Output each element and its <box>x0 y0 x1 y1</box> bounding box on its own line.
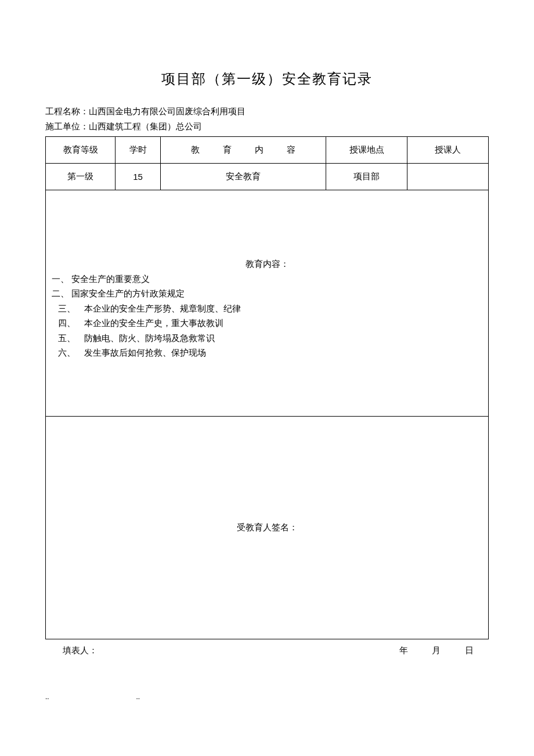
header-content: 教 育 内 容 <box>161 137 326 164</box>
header-lecturer: 授课人 <box>407 137 489 164</box>
month-label: 月 <box>432 646 441 655</box>
project-value: 山西国金电力有限公司固废综合利用项目 <box>89 107 246 116</box>
header-level: 教育等级 <box>46 137 116 164</box>
header-hours: 学时 <box>116 137 161 164</box>
dot-mark: .. <box>136 692 140 701</box>
signature-cell: 受教育人签名： <box>46 417 489 639</box>
document-title: 项目部（第一级）安全教育记录 <box>45 70 489 88</box>
cell-level: 第一级 <box>46 164 116 190</box>
list-item: 二、国家安全生产的方针政策规定 <box>49 287 485 302</box>
education-content-cell: 教育内容： 一、安全生产的重要意义 二、国家安全生产的方针政策规定 三、本企业的… <box>46 190 489 417</box>
footer-row: 填表人： 年 月 日 <box>45 645 489 656</box>
cell-content: 安全教育 <box>161 164 326 190</box>
unit-value: 山西建筑工程（集团）总公司 <box>89 122 202 131</box>
page-container: 项目部（第一级）安全教育记录 工程名称：山西国金电力有限公司固废综合利用项目 施… <box>0 0 534 656</box>
record-table: 教育等级 学时 教 育 内 容 授课地点 授课人 第一级 15 安全教育 项目部… <box>45 136 489 639</box>
signature-row: 受教育人签名： <box>46 417 489 639</box>
item-number: 六、 <box>49 346 84 361</box>
year-label: 年 <box>399 646 408 655</box>
unit-label: 施工单位： <box>45 122 89 131</box>
cell-lecturer <box>407 164 489 190</box>
construction-unit-line: 施工单位：山西建筑工程（集团）总公司 <box>45 120 489 135</box>
item-number: 四、 <box>49 316 84 331</box>
list-item: 四、本企业的安全生产史，重大事故教训 <box>49 316 485 331</box>
item-text: 防触电、防火、防垮塌及急救常识 <box>84 331 215 346</box>
content-row: 教育内容： 一、安全生产的重要意义 二、国家安全生产的方针政策规定 三、本企业的… <box>46 190 489 417</box>
list-item: 三、本企业的安全生产形势、规章制度、纪律 <box>49 302 485 317</box>
item-number: 三、 <box>49 302 84 317</box>
footer-dots: .... <box>45 692 227 701</box>
date-group: 年 月 日 <box>377 645 474 656</box>
cell-location: 项目部 <box>326 164 407 190</box>
item-text: 国家安全生产的方针政策规定 <box>71 287 185 302</box>
item-number: 五、 <box>49 331 84 346</box>
dot-mark: .. <box>45 692 49 701</box>
list-item: 一、安全生产的重要意义 <box>49 272 485 287</box>
item-text: 发生事故后如何抢救、保护现场 <box>84 346 206 361</box>
list-item: 六、发生事故后如何抢救、保护现场 <box>49 346 485 361</box>
list-item: 五、防触电、防火、防垮塌及急救常识 <box>49 331 485 346</box>
item-number: 二、 <box>49 287 71 302</box>
table-header-row: 教育等级 学时 教 育 内 容 授课地点 授课人 <box>46 137 489 164</box>
content-heading: 教育内容： <box>49 259 485 270</box>
signature-label: 受教育人签名： <box>49 522 485 533</box>
cell-hours: 15 <box>116 164 161 190</box>
content-list: 一、安全生产的重要意义 二、国家安全生产的方针政策规定 三、本企业的安全生产形势… <box>49 272 485 361</box>
filler-label: 填表人： <box>63 645 98 656</box>
item-text: 本企业的安全生产形势、规章制度、纪律 <box>84 302 241 317</box>
item-number: 一、 <box>49 272 71 287</box>
item-text: 安全生产的重要意义 <box>71 272 150 287</box>
header-location: 授课地点 <box>326 137 407 164</box>
project-name-line: 工程名称：山西国金电力有限公司固废综合利用项目 <box>45 104 489 120</box>
table-data-row: 第一级 15 安全教育 项目部 <box>46 164 489 190</box>
item-text: 本企业的安全生产史，重大事故教训 <box>84 316 223 331</box>
project-label: 工程名称： <box>45 107 89 116</box>
day-label: 日 <box>465 646 474 655</box>
